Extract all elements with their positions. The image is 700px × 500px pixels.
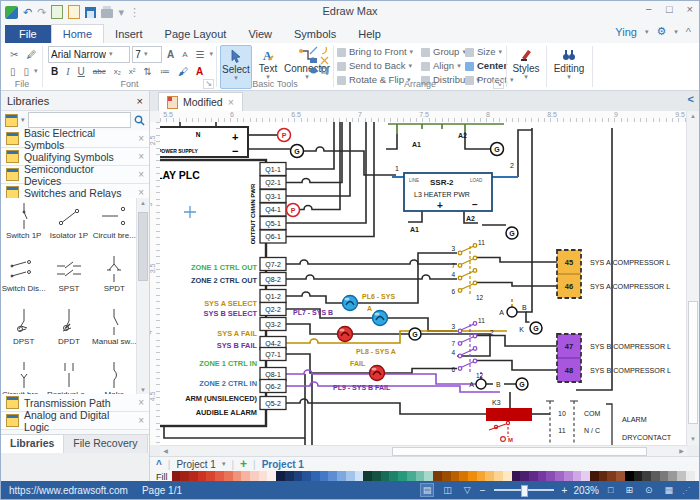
ellipse-tool-icon[interactable] <box>309 66 318 75</box>
bring-to-front-button[interactable]: Bring to Front▾ <box>337 45 413 59</box>
library-picker-dropdown-icon[interactable]: ▾ <box>21 116 25 124</box>
document-close-icon[interactable]: × <box>228 96 234 108</box>
arrange-dialog-launcher-icon[interactable]: ↘ <box>493 79 504 89</box>
scroll-up-icon[interactable]: ▲ <box>137 198 149 209</box>
library-item-analog-digital-logic[interactable]: Analog and Digital Logic× <box>1 412 149 430</box>
bold-button[interactable]: B <box>48 64 61 79</box>
cut-icon[interactable]: ✂ <box>7 47 21 62</box>
symbol-spdt[interactable]: SPDT <box>92 253 137 306</box>
freeform-tool-icon[interactable] <box>320 56 329 65</box>
font-dialog-launcher-icon[interactable]: ↘ <box>203 79 214 89</box>
gear-icon[interactable]: ⚙ <box>656 25 666 38</box>
arc-tool-icon[interactable] <box>320 46 329 55</box>
font-color-button[interactable]: A <box>193 64 206 79</box>
maximize-button[interactable]: □ <box>666 3 673 15</box>
tab-help[interactable]: Help <box>347 25 392 43</box>
panel-tab-file-recovery[interactable]: File Recovery <box>64 435 147 453</box>
document-tab-modified[interactable]: Modified × <box>158 92 243 111</box>
close-icon[interactable]: × <box>138 187 144 198</box>
grow-font-button[interactable]: A <box>164 47 177 62</box>
bullets-button[interactable]: ≔ <box>157 64 173 79</box>
hscroll-thumb[interactable] <box>392 447 647 456</box>
close-icon[interactable]: × <box>138 397 144 408</box>
font-size-combo[interactable]: 7 ▾ <box>132 46 162 63</box>
collapse-ribbon-icon[interactable]: ^ <box>686 26 691 38</box>
add-page-button[interactable]: + <box>240 457 247 471</box>
close-icon[interactable]: × <box>138 169 144 180</box>
library-picker-icon[interactable] <box>5 114 18 127</box>
panel-tab-libraries[interactable]: Libraries <box>1 435 64 453</box>
align-button[interactable]: ☰ <box>193 47 208 62</box>
paste-dropdown-icon[interactable]: ▾ <box>34 67 38 75</box>
vscroll-thumb[interactable] <box>688 301 698 423</box>
subscript-button[interactable]: x₂ <box>111 64 124 79</box>
symbol-dpdt[interactable]: DPDT <box>46 306 91 359</box>
format-painter-icon[interactable]: 🖉 <box>23 47 39 62</box>
strikethrough-button[interactable]: abc <box>90 64 109 79</box>
symbol-circuit-breaker-2[interactable]: Circuit bre... <box>1 359 46 396</box>
paste-icon[interactable]: ▯ <box>7 64 19 79</box>
user-name[interactable]: Ying <box>615 26 637 38</box>
superscript-button[interactable]: x² <box>126 64 139 79</box>
tab-page-layout[interactable]: Page Layout <box>154 25 238 43</box>
scroll-up-icon[interactable]: ▲ <box>687 111 699 122</box>
font-size-dropdown-icon[interactable]: ▾ <box>144 50 148 58</box>
symbol-isolator-1p[interactable]: Isolator 1P <box>46 200 91 253</box>
view-normal-icon[interactable]: ▤ <box>420 483 435 497</box>
resize-grip[interactable]: ⋰ <box>682 486 691 495</box>
line-tool-icon[interactable] <box>309 46 318 55</box>
grid-toggle-icon[interactable]: ▦ <box>661 483 676 497</box>
gear-dropdown-icon[interactable]: ▾ <box>674 28 678 36</box>
symbol-switch-1p[interactable]: Switch 1P <box>1 200 46 253</box>
symbol-make-contact[interactable]: Make Cont... <box>92 359 137 396</box>
minimize-button[interactable]: − <box>645 3 651 15</box>
tab-home[interactable]: Home <box>51 24 104 43</box>
zoom-in-button[interactable]: + <box>562 485 568 496</box>
send-to-back-button[interactable]: Send to Back▾ <box>337 59 413 73</box>
tab-view[interactable]: View <box>237 25 283 43</box>
scrollbar-thumb[interactable] <box>138 212 148 281</box>
highlight-color-button[interactable]: 🖌 <box>175 64 191 79</box>
underline-button[interactable]: U <box>75 64 88 79</box>
view-page-icon[interactable]: ◫ <box>440 483 455 497</box>
font-family-combo[interactable]: Arial Narrow ▾ <box>48 46 130 63</box>
font-family-dropdown-icon[interactable]: ▾ <box>109 50 113 58</box>
zoom-region-icon[interactable]: ⊙ <box>642 483 656 497</box>
symbol-switch-disconnector[interactable]: Switch Dis... <box>1 253 46 306</box>
shrink-font-button[interactable]: A <box>179 47 190 62</box>
symbol-grid-scrollbar[interactable]: ▲ ▼ <box>136 198 149 396</box>
zoom-slider-thumb[interactable] <box>521 485 528 497</box>
view-presentation-icon[interactable]: ▽ <box>461 483 474 497</box>
copy-icon[interactable]: ▯ <box>21 64 33 79</box>
fit-page-icon[interactable]: □ <box>605 483 616 497</box>
close-icon[interactable]: × <box>138 151 144 162</box>
libraries-close-icon[interactable]: × <box>137 95 143 107</box>
rectangle-tool-icon[interactable] <box>309 56 318 65</box>
zoom-level[interactable]: 203% <box>573 485 599 496</box>
close-button[interactable]: × <box>687 3 693 15</box>
schematic-canvas[interactable]: N POWER SUPPLY + − LAY PLC OUTPUT CMMN P… <box>160 122 690 445</box>
page-tab-project1[interactable]: Project 1 <box>262 459 304 470</box>
symbol-dpst[interactable]: DPST <box>1 306 46 359</box>
styles-button[interactable]: Styles ▾ <box>511 45 541 87</box>
symbol-manual-switch[interactable]: Manual sw... <box>92 306 137 359</box>
close-icon[interactable]: × <box>138 415 144 426</box>
editing-button[interactable]: Editing ▾ <box>551 45 587 87</box>
symbol-circuit-breaker-1[interactable]: Circuit bre... <box>92 200 137 253</box>
line-spacing-button[interactable]: ⇅ <box>141 64 155 79</box>
drawing-canvas[interactable]: N POWER SUPPLY + − LAY PLC OUTPUT CMMN P… <box>160 122 690 445</box>
symbol-residual-current[interactable]: Residual c... <box>46 359 91 396</box>
scroll-down-icon[interactable]: ▼ <box>687 434 699 445</box>
tab-file[interactable]: File <box>5 25 51 43</box>
crop-tool-icon[interactable] <box>320 66 329 75</box>
tab-symbols[interactable]: Symbols <box>283 25 347 43</box>
tab-insert[interactable]: Insert <box>104 25 154 43</box>
search-icon[interactable] <box>134 115 145 126</box>
collapse-panel-icon[interactable]: < <box>688 93 694 105</box>
collapse-pages-icon[interactable]: ^ <box>156 459 162 470</box>
zoom-out-button[interactable]: − <box>480 485 486 496</box>
align-dropdown-icon[interactable]: ▾ <box>209 50 213 58</box>
library-item-basic-electrical[interactable]: Basic Electrical Symbols× <box>1 130 149 148</box>
project-dropdown-icon[interactable]: ▾ <box>222 460 226 468</box>
symbol-spst[interactable]: SPST <box>46 253 91 306</box>
